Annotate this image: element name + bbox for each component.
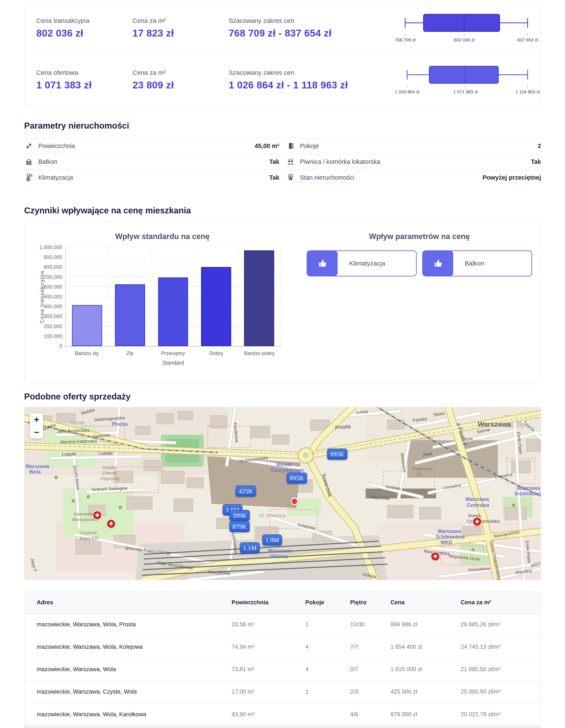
hospital-icon: ✚: [473, 517, 482, 526]
table-cell: 4: [306, 636, 350, 658]
table-cell: 20 022,78 zł/m²: [461, 703, 541, 725]
table-cell: 1: [306, 613, 350, 636]
x-axis-labels: Bardzo złyZłyPrzeciętnyDobryBardzo dobry: [33, 346, 281, 356]
price-range-value: 1 026 864 zł - 1 118 963 zł: [229, 79, 401, 91]
column-header: Piętro: [350, 592, 391, 613]
basement-icon: [286, 157, 295, 166]
subject-property-marker: [291, 498, 298, 505]
param-balkon: Balkon Tak: [24, 154, 279, 169]
table-cell: 17,00 m²: [231, 681, 305, 703]
table-cell: 10/30: [350, 613, 391, 636]
y-axis-tick: 200,000: [44, 323, 62, 329]
price-range-boxplot: 1 026 864 zł1 071 383 zł1 118 963 zł: [401, 63, 529, 97]
y-axis-tick: 1,000,000: [39, 244, 62, 250]
price-marker[interactable]: 995K: [327, 449, 348, 460]
x-axis-label: Zły: [108, 346, 151, 356]
transaction-price-label: Cena transakcyjna: [36, 17, 132, 24]
next-row-strip: [25, 725, 541, 728]
table-cell: 4/6: [350, 703, 391, 725]
boxplot-label: 802 036 zł: [454, 37, 475, 43]
price-per-sqm-label: Cena za m²: [132, 17, 229, 24]
offer-price-label: Cena ofertowa: [36, 69, 132, 76]
y-axis-tick: 700,000: [44, 274, 62, 280]
boxplot-label: 768 709 zł: [395, 37, 416, 43]
table-cell: 1 854 400 zł: [391, 636, 461, 658]
x-axis-label: Bardzo zły: [65, 346, 108, 356]
hospital-icon: ✚: [92, 511, 102, 520]
table-cell: 2/3: [350, 681, 391, 703]
price-marker[interactable]: 895K: [287, 473, 307, 484]
condition-icon: [286, 173, 295, 182]
table-cell: 26 665,26 zł/m²: [461, 613, 541, 636]
offer-price-row: Cena ofertowa 1 071 383 zł Cena za m² 23…: [25, 54, 541, 106]
y-axis-tick: 900,000: [44, 254, 62, 260]
balcony-icon: [24, 157, 34, 166]
rooms-icon: [286, 141, 295, 151]
zoom-in-button[interactable]: +: [30, 413, 43, 426]
zoom-out-button[interactable]: −: [30, 426, 43, 439]
x-axis-label: Dobry: [195, 346, 238, 356]
factor-chip-balkon[interactable]: Balkon: [422, 250, 532, 276]
param-klimatyzacja: Klimatyzacja Tak: [24, 169, 279, 185]
table-row[interactable]: mazowieckie, Warszawa, Wola73,81 m²40/71…: [25, 658, 541, 681]
table-cell: mazowieckie, Warszawa, Czyste, Wola: [25, 681, 231, 703]
table-cell: mazowieckie, Warszawa, Wola, Kolejowa: [25, 636, 231, 658]
hospital-icon: ✚: [106, 519, 116, 528]
table-row[interactable]: mazowieckie, Warszawa, Wola, Karolkowa43…: [25, 703, 541, 725]
offers-table: AdresPowierzchniaPokojePiętroCenaCena za…: [25, 592, 541, 725]
hospital-icon: ✚: [431, 552, 440, 561]
price-per-sqm-value: 23 809 zł: [132, 79, 229, 91]
y-axis-tick: 0: [59, 343, 62, 349]
similar-offers-map[interactable]: WolskaWolskaPłockaCzysteSiedmiogrodzkaGi…: [24, 407, 541, 580]
table-cell: 33,56 m²: [231, 613, 305, 636]
price-range-boxplot: 768 709 zł802 036 zł837 654 zł: [401, 11, 529, 45]
table-cell: 74,94 m²: [231, 636, 305, 658]
table-cell: mazowieckie, Warszawa, Wola: [25, 658, 231, 681]
y-axis-tick: 400,000: [44, 304, 62, 310]
map-markers-layer: ✚✚✚✚995K895K425K1.6M399K879K1.9M1.1M: [24, 407, 541, 580]
price-per-sqm-value: 17 823 zł: [132, 27, 229, 39]
boxplot-label: 837 654 zł: [517, 37, 538, 43]
price-per-sqm-label: Cena za m²: [132, 69, 229, 76]
column-header: Pokoje: [306, 592, 350, 613]
column-header: Adres: [25, 592, 231, 613]
parameters-grid: Powierzchnia 45,00 m² Pokoje 2 Balkon Ta…: [24, 138, 541, 185]
table-row[interactable]: mazowieckie, Warszawa, Wola, Prosta33,56…: [25, 613, 541, 636]
y-axis-tick: 800,000: [44, 264, 62, 270]
param-pokoje: Pokoje 2: [286, 138, 541, 154]
area-icon: [24, 141, 34, 151]
table-header-row: AdresPowierzchniaPokojePiętroCenaCena za…: [25, 592, 541, 613]
price-summary-card: Cena transakcyjna 802 036 zł Cena za m² …: [24, 2, 541, 106]
offer-price-value: 1 071 383 zł: [36, 79, 132, 91]
price-marker[interactable]: 399K: [229, 510, 250, 521]
bar-4: [244, 250, 274, 346]
parameter-factors-panel: Wpływ parametrów na cenę Klimatyzacja Ba…: [292, 232, 532, 372]
table-row[interactable]: mazowieckie, Warszawa, Wola, Kolejowa74,…: [25, 636, 541, 658]
price-marker[interactable]: 1.9M: [262, 534, 282, 546]
factor-chip-klimatyzacja[interactable]: Klimatyzacja: [307, 250, 417, 276]
y-axis-tick: 500,000: [44, 294, 62, 300]
table-cell: 25 000,00 zł/m²: [461, 681, 541, 703]
transaction-price-row: Cena transakcyjna 802 036 zł Cena za m² …: [25, 2, 541, 54]
column-header: Cena za m²: [461, 592, 541, 613]
parameter-factors-title: Wpływ parametrów na cenę: [307, 232, 532, 241]
price-marker[interactable]: 1.1M: [240, 542, 259, 553]
bar-2: [158, 277, 188, 346]
table-cell: 894 886 zł: [391, 613, 461, 636]
table-cell: 1: [306, 681, 350, 703]
table-cell: 879 000 zł: [391, 703, 461, 725]
param-powierzchnia: Powierzchnia 45,00 m²: [24, 138, 279, 154]
param-stan: Stan nieruchomości Powyżej przeciętnej: [286, 169, 541, 185]
thumbs-up-icon: [423, 251, 453, 276]
price-marker[interactable]: 425K: [236, 486, 256, 497]
table-cell: 43,90 m²: [231, 703, 305, 725]
y-axis-tick: 100,000: [44, 333, 62, 339]
table-cell: 73,81 m²: [231, 658, 305, 681]
transaction-price-value: 802 036 zł: [36, 27, 132, 39]
bar-1: [115, 284, 145, 346]
price-marker[interactable]: 879K: [229, 521, 250, 532]
x-axis-label: Bardzo dobry: [238, 346, 281, 356]
table-row[interactable]: mazowieckie, Warszawa, Czyste, Wola17,00…: [25, 681, 541, 703]
price-range-label: Szacowany zakres cen: [229, 69, 401, 76]
table-cell: 1 615 000 zł: [391, 658, 461, 681]
